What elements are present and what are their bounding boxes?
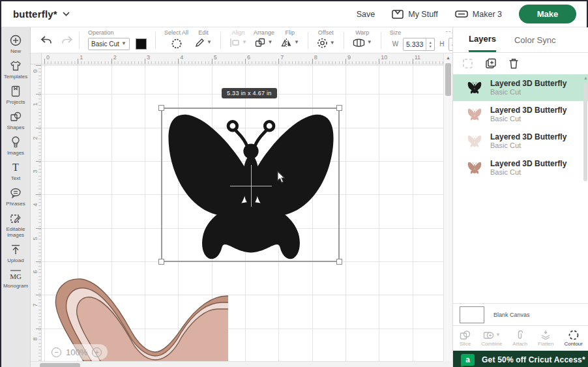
size-tooltip: 5.33 in x 4.67 in bbox=[222, 88, 277, 98]
zoom-in-button[interactable]: + bbox=[92, 347, 102, 357]
attach-button[interactable]: Attach bbox=[512, 330, 527, 347]
layer-row-2[interactable]: Layered 3D Butterfly Basic Cut bbox=[453, 101, 588, 128]
divider bbox=[220, 32, 221, 49]
tab-color-sync[interactable]: Color Sync bbox=[514, 27, 556, 52]
scrollbar-thumb[interactable] bbox=[40, 363, 80, 367]
design-sidebar: New Templates Projects Shapes Images T T… bbox=[1, 27, 31, 367]
layer-actions-bar: Slice ▼ Combine Attach Flatten Contour bbox=[453, 325, 588, 351]
operation-select[interactable]: Basic Cut ▼ bbox=[88, 38, 130, 50]
balloon-icon bbox=[9, 136, 22, 149]
layer-list-scrollbar[interactable]: ▲ bbox=[582, 76, 588, 302]
machine-select-button[interactable]: Maker 3 bbox=[455, 10, 502, 19]
redo-button[interactable] bbox=[61, 35, 74, 46]
sidebar-item-text[interactable]: T Text bbox=[1, 161, 31, 181]
ruler-number: 3 bbox=[147, 54, 150, 61]
sidebar-item-images[interactable]: Images bbox=[1, 136, 31, 156]
ruler-number: 4 bbox=[32, 200, 38, 209]
divider bbox=[344, 32, 344, 49]
ruler-number: 9 bbox=[347, 54, 351, 61]
flip-button[interactable]: Flip ▼ bbox=[281, 29, 299, 51]
layer-row-3[interactable]: Layered 3D Butterfly Basic Cut bbox=[453, 128, 588, 154]
contour-button[interactable]: Contour bbox=[565, 330, 583, 347]
sidebar-item-monogram[interactable]: MG Monogram bbox=[1, 269, 31, 289]
divider bbox=[155, 32, 156, 49]
vertical-scrollbar[interactable]: ▲ bbox=[443, 53, 452, 361]
cricut-logo-icon: a bbox=[461, 354, 475, 366]
undo-button[interactable] bbox=[40, 35, 53, 46]
my-stuff-button[interactable]: My Stuff bbox=[392, 10, 438, 19]
layer-operation: Basic Cut bbox=[490, 141, 566, 150]
trash-icon bbox=[508, 58, 519, 69]
resize-handle-bottom-left[interactable] bbox=[158, 259, 164, 265]
layer-tools bbox=[453, 53, 588, 74]
group-icon bbox=[462, 58, 473, 69]
layer-row-4[interactable]: Layered 3D Butterfly Basic Cut bbox=[453, 154, 588, 181]
ruler-corner bbox=[31, 53, 42, 65]
sidebar-item-phrases[interactable]: Phrases bbox=[1, 186, 31, 207]
scroll-up-arrow[interactable]: ▲ bbox=[583, 76, 588, 80]
edit-button[interactable]: Edit ▼ bbox=[195, 29, 212, 51]
divider bbox=[79, 32, 80, 49]
ruler-number: 5 bbox=[32, 234, 38, 243]
monogram-icon: MG bbox=[8, 269, 23, 282]
ruler-number: 6 bbox=[247, 54, 250, 61]
width-input[interactable]: 5.333 ▲▼ bbox=[403, 38, 435, 51]
make-button[interactable]: Make bbox=[519, 5, 576, 23]
app-window: butterfly* Save My Stuff Maker 3 Make Op… bbox=[0, 0, 588, 367]
select-all-button[interactable]: Select All bbox=[164, 29, 188, 51]
divider bbox=[308, 32, 308, 49]
layer-row-1[interactable]: Layered 3D Butterfly Basic Cut bbox=[453, 74, 588, 101]
width-stepper[interactable]: ▲▼ bbox=[426, 38, 434, 50]
resize-handle-top-right[interactable] bbox=[336, 105, 342, 111]
sidebar-item-editable-images[interactable]: Editable Images bbox=[1, 212, 31, 238]
scrollbar-thumb[interactable] bbox=[445, 63, 451, 96]
zoom-level: 100% bbox=[66, 347, 87, 357]
ruler-number: 2 bbox=[32, 134, 38, 143]
delete-button[interactable] bbox=[508, 58, 519, 69]
combine-button[interactable]: ▼ Combine bbox=[481, 330, 502, 347]
align-button[interactable]: Align ▼ bbox=[229, 29, 247, 51]
horizontal-scrollbar[interactable] bbox=[31, 361, 443, 367]
ruler-number: 0 bbox=[46, 54, 50, 61]
resize-handle-bottom-right[interactable] bbox=[336, 259, 342, 265]
zoom-out-button[interactable]: − bbox=[51, 347, 61, 357]
select-all-icon bbox=[171, 38, 183, 50]
ruler-number: 7 bbox=[280, 54, 284, 61]
color-swatch[interactable] bbox=[136, 38, 147, 50]
group-button[interactable] bbox=[462, 58, 473, 69]
warp-button[interactable]: Warp ▼ bbox=[353, 29, 372, 51]
folder-icon bbox=[392, 10, 404, 19]
sidebar-item-new[interactable]: New bbox=[1, 34, 31, 54]
offset-button[interactable]: Offset ▼ bbox=[317, 29, 335, 51]
arrange-button[interactable]: Arrange ▼ bbox=[254, 29, 274, 51]
layer-thumbnail-butterfly bbox=[467, 108, 482, 121]
scrollbar-thumb[interactable] bbox=[583, 83, 587, 181]
machine-icon bbox=[455, 10, 468, 19]
design-canvas[interactable]: 01234567891011 012345678 5.33 in x 4.67 … bbox=[31, 53, 443, 361]
ruler-number: 11 bbox=[415, 54, 420, 61]
banner-text: Get 50% off Cricut Access* bbox=[482, 355, 585, 364]
ruler-number: 0 bbox=[32, 66, 38, 76]
slice-icon bbox=[460, 330, 471, 340]
chevron-down-icon: ▼ bbox=[242, 40, 247, 45]
duplicate-button[interactable] bbox=[485, 58, 497, 69]
resize-handle-top-left[interactable] bbox=[158, 105, 164, 111]
cricut-access-banner[interactable]: a Get 50% off Cricut Access* bbox=[453, 351, 588, 367]
project-title-menu[interactable]: butterfly* bbox=[1, 8, 70, 20]
tab-layers[interactable]: Layers bbox=[469, 27, 496, 52]
slice-button[interactable]: Slice bbox=[460, 330, 471, 347]
panel-tabs: Layers Color Sync bbox=[453, 27, 588, 53]
sidebar-item-upload[interactable]: Upload bbox=[1, 243, 31, 263]
ruler-number: 1 bbox=[80, 54, 83, 61]
sidebar-item-projects[interactable]: Projects bbox=[1, 85, 31, 105]
ruler-number: 3 bbox=[32, 167, 38, 176]
canvas-color-swatch[interactable] bbox=[460, 306, 484, 323]
flatten-button[interactable]: Flatten bbox=[538, 330, 553, 347]
duplicate-icon bbox=[485, 58, 497, 69]
scroll-up-arrow[interactable]: ▲ bbox=[446, 55, 450, 60]
sidebar-item-templates[interactable]: Templates bbox=[1, 59, 31, 80]
tshirt-icon bbox=[9, 59, 22, 72]
save-button[interactable]: Save bbox=[357, 10, 375, 19]
sidebar-item-shapes[interactable]: Shapes bbox=[1, 110, 31, 130]
selection-bounding-box[interactable] bbox=[161, 108, 340, 262]
